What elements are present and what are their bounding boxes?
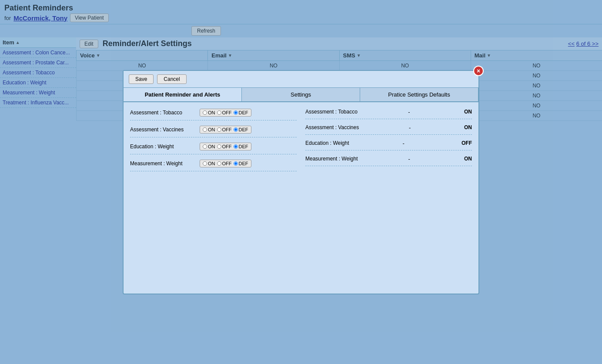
measweight-on-option[interactable]: ON	[203, 161, 215, 166]
tobacco-off-option[interactable]: OFF	[217, 110, 232, 115]
practice-tobacco-label: Assessment : Tobacco	[305, 109, 358, 115]
vaccines-def-option[interactable]: DEF	[234, 127, 248, 132]
tobacco-on-option[interactable]: ON	[203, 110, 215, 115]
edweight-off-option[interactable]: OFF	[217, 144, 232, 149]
modal-right-panel: Assessment : Tobacco - ON Assessment : V…	[303, 107, 474, 289]
reminder-row-edweight: Education : Weight ON OFF DEF	[130, 143, 297, 154]
practice-row-vaccines: Assessment : Vaccines - ON	[305, 124, 472, 135]
practice-tobacco-dash: -	[408, 109, 410, 115]
practice-vaccines-label: Assessment : Vaccines	[305, 124, 359, 130]
reminder-row-measweight: Measurement : Weight ON OFF DEF	[130, 160, 297, 171]
practice-tobacco-value: ON	[464, 109, 472, 115]
edweight-radio-group: ON OFF DEF	[200, 143, 251, 150]
tobacco-label: Assessment : Tobacco	[130, 110, 200, 116]
measweight-label: Measurement : Weight	[130, 160, 200, 167]
measweight-off-option[interactable]: OFF	[217, 161, 232, 166]
modal-cancel-button[interactable]: Cancel	[157, 74, 186, 84]
modal-content: Assessment : Tobacco ON OFF DEF	[124, 102, 478, 294]
tab-settings[interactable]: Settings	[242, 88, 360, 101]
modal-save-button[interactable]: Save	[129, 74, 154, 84]
edweight-on-option[interactable]: ON	[203, 144, 215, 149]
practice-vaccines-dash: -	[409, 124, 411, 131]
vaccines-on-option[interactable]: ON	[203, 127, 215, 132]
edweight-def-option[interactable]: DEF	[234, 144, 248, 149]
practice-measweight-value: ON	[464, 156, 472, 162]
vaccines-label: Assessment : Vaccines	[130, 127, 200, 133]
practice-row-measweight: Measurement : Weight - ON	[305, 156, 472, 166]
modal-left-panel: Assessment : Tobacco ON OFF DEF	[128, 107, 299, 289]
practice-row-tobacco: Assessment : Tobacco - ON	[305, 109, 472, 119]
practice-edweight-dash: -	[403, 140, 405, 147]
modal-toolbar: Save Cancel	[124, 71, 478, 88]
modal-dialog: × Save Cancel Patient Reminder and Alert…	[123, 70, 479, 294]
practice-edweight-value: OFF	[462, 140, 472, 146]
edweight-label: Education : Weight	[130, 144, 200, 150]
measweight-def-option[interactable]: DEF	[234, 161, 248, 166]
modal-tabs: Patient Reminder and Alerts Settings Pra…	[124, 88, 478, 102]
reminder-row-tobacco: Assessment : Tobacco ON OFF DEF	[130, 109, 297, 120]
modal-overlay: × Save Cancel Patient Reminder and Alert…	[0, 0, 602, 364]
vaccines-radio-group: ON OFF DEF	[200, 126, 251, 134]
tab-patient-reminder[interactable]: Patient Reminder and Alerts	[124, 88, 242, 101]
modal-close-button[interactable]: ×	[473, 66, 484, 76]
vaccines-off-option[interactable]: OFF	[217, 127, 232, 132]
measweight-radio-group: ON OFF DEF	[200, 160, 251, 167]
practice-row-edweight: Education : Weight - OFF	[305, 140, 472, 150]
practice-measweight-label: Measurement : Weight	[305, 156, 358, 162]
reminder-row-vaccines: Assessment : Vaccines ON OFF DEF	[130, 126, 297, 137]
tobacco-radio-group: ON OFF DEF	[200, 109, 251, 117]
tab-practice-defaults[interactable]: Pratice Settings Defaults	[360, 88, 478, 101]
tobacco-def-option[interactable]: DEF	[234, 110, 248, 115]
practice-measweight-dash: -	[408, 156, 410, 162]
practice-vaccines-value: ON	[464, 124, 472, 130]
practice-edweight-label: Education : Weight	[305, 140, 349, 146]
